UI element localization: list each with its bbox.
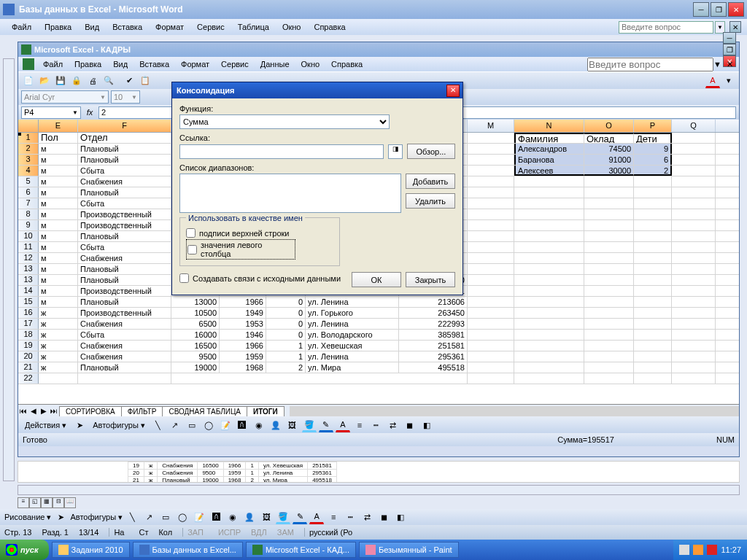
select-all-corner[interactable] bbox=[18, 120, 39, 132]
word-picture-button[interactable]: 🖼 bbox=[259, 510, 274, 524]
cell[interactable] bbox=[672, 231, 716, 241]
row-header[interactable]: 15 bbox=[18, 297, 39, 307]
excel-menu-tools[interactable]: Сервис bbox=[215, 58, 255, 70]
cell[interactable] bbox=[634, 220, 672, 230]
excel-restore-button[interactable]: ❐ bbox=[723, 44, 736, 55]
word-draw-menu[interactable]: Рисование ▾ bbox=[4, 513, 51, 522]
cell[interactable] bbox=[672, 176, 716, 187]
cell[interactable]: Сбыта bbox=[78, 242, 171, 252]
excel-question-input[interactable] bbox=[587, 58, 713, 71]
cell[interactable]: Производственный bbox=[78, 308, 171, 318]
reading-view-button[interactable]: 📖 bbox=[64, 497, 76, 508]
cell[interactable] bbox=[468, 373, 514, 384]
cell[interactable] bbox=[584, 220, 634, 230]
h-scrollbar[interactable] bbox=[290, 406, 739, 416]
cell[interactable]: ж bbox=[39, 341, 78, 351]
cell[interactable] bbox=[672, 330, 716, 340]
cell[interactable] bbox=[634, 351, 672, 362]
cell[interactable]: Снабжения bbox=[78, 176, 171, 187]
cell[interactable] bbox=[468, 341, 514, 351]
col-O[interactable]: O bbox=[584, 120, 634, 132]
row-header[interactable]: 10 bbox=[18, 231, 39, 241]
cell[interactable]: Снабжения bbox=[78, 253, 171, 263]
cell[interactable] bbox=[672, 341, 716, 351]
row-header[interactable]: 5 bbox=[18, 176, 39, 187]
cell[interactable] bbox=[634, 362, 672, 373]
word-diagram-button[interactable]: ◉ bbox=[225, 510, 240, 524]
cell[interactable] bbox=[672, 351, 716, 362]
word-textbox-button[interactable]: 📝 bbox=[192, 510, 206, 524]
word-menu-help[interactable]: Справка bbox=[308, 21, 351, 33]
row-header[interactable]: 7 bbox=[18, 198, 39, 209]
cell[interactable] bbox=[634, 341, 672, 351]
excel-minimize-button[interactable]: ─ bbox=[723, 32, 736, 44]
cell[interactable] bbox=[514, 187, 584, 198]
tab-filter[interactable]: ФИЛЬТР bbox=[121, 406, 163, 416]
cell[interactable] bbox=[514, 231, 584, 241]
cell[interactable]: Производственный bbox=[78, 209, 171, 219]
cell[interactable] bbox=[672, 362, 716, 373]
print-button[interactable]: 🖨 bbox=[85, 74, 100, 88]
cell[interactable] bbox=[468, 319, 514, 329]
dashstyle-button[interactable]: ┅ bbox=[369, 418, 384, 432]
cell[interactable]: Плановый bbox=[78, 144, 171, 154]
arrow-button[interactable]: ↗ bbox=[168, 418, 182, 432]
cell[interactable] bbox=[468, 330, 514, 340]
row-header[interactable]: 12 bbox=[18, 253, 39, 263]
row-header[interactable]: 21 bbox=[18, 362, 39, 373]
word-menu-table[interactable]: Таблица bbox=[232, 21, 275, 33]
word-linestyle-button[interactable]: ≡ bbox=[326, 510, 341, 524]
cell[interactable] bbox=[634, 253, 672, 263]
col-P[interactable]: P bbox=[634, 120, 672, 132]
cell[interactable] bbox=[514, 319, 584, 329]
word-dashstyle-button[interactable]: ┅ bbox=[343, 510, 357, 524]
word-restore-button[interactable]: ❐ bbox=[711, 2, 727, 17]
word-shadow-button[interactable]: ◼ bbox=[376, 510, 391, 524]
excel-menu-data[interactable]: Данные bbox=[255, 58, 295, 70]
fontcolor-button[interactable]: A bbox=[705, 74, 720, 88]
browse-button[interactable]: Обзор... bbox=[407, 144, 455, 159]
cell[interactable] bbox=[514, 351, 584, 362]
cell[interactable] bbox=[584, 286, 634, 296]
cell[interactable]: Плановый bbox=[78, 264, 171, 274]
tab-next[interactable]: ▶ bbox=[39, 407, 49, 415]
oval-button[interactable]: ◯ bbox=[201, 418, 216, 432]
cell[interactable] bbox=[672, 253, 716, 263]
print-view-button[interactable]: ▦ bbox=[41, 497, 53, 508]
cell[interactable]: м bbox=[39, 187, 78, 198]
cell[interactable]: м bbox=[39, 176, 78, 187]
cell[interactable]: м bbox=[39, 144, 78, 154]
cell[interactable]: м bbox=[39, 155, 78, 165]
word-menu-format[interactable]: Формат bbox=[150, 21, 190, 33]
col-N[interactable]: N bbox=[514, 120, 584, 132]
cell[interactable] bbox=[514, 373, 584, 384]
cell[interactable] bbox=[584, 373, 634, 384]
function-select[interactable]: Сумма bbox=[179, 114, 390, 129]
select-objects-button[interactable]: ➤ bbox=[72, 418, 87, 432]
cell[interactable] bbox=[584, 275, 634, 285]
wordart-button[interactable]: 🅰 bbox=[235, 418, 249, 432]
cell[interactable] bbox=[468, 176, 514, 187]
shadow-button[interactable]: ◼ bbox=[403, 418, 417, 432]
cell[interactable] bbox=[584, 341, 634, 351]
excel-menu-format[interactable]: Формат bbox=[175, 58, 215, 70]
name-box[interactable]: P4▼ bbox=[21, 106, 81, 119]
row-header[interactable]: 22 bbox=[18, 373, 39, 384]
word-minimize-button[interactable]: ─ bbox=[693, 2, 709, 17]
word-close-button[interactable]: ✕ bbox=[728, 2, 744, 17]
word-line-button[interactable]: ╲ bbox=[125, 510, 139, 524]
cell[interactable] bbox=[584, 187, 634, 198]
cell[interactable] bbox=[672, 166, 716, 176]
cell[interactable]: м bbox=[39, 275, 78, 285]
linestyle-button[interactable]: ≡ bbox=[352, 418, 367, 432]
cell[interactable]: м bbox=[39, 166, 78, 176]
cell[interactable] bbox=[468, 220, 514, 230]
cell[interactable]: Плановый bbox=[78, 275, 171, 285]
cell[interactable]: Снабжения bbox=[78, 319, 171, 329]
cell[interactable] bbox=[468, 187, 514, 198]
dialog-close-button[interactable]: ✕ bbox=[446, 85, 460, 97]
cell[interactable] bbox=[468, 351, 514, 362]
cell[interactable] bbox=[672, 133, 716, 143]
tray-icon-1[interactable] bbox=[679, 545, 689, 555]
cell[interactable] bbox=[634, 330, 672, 340]
